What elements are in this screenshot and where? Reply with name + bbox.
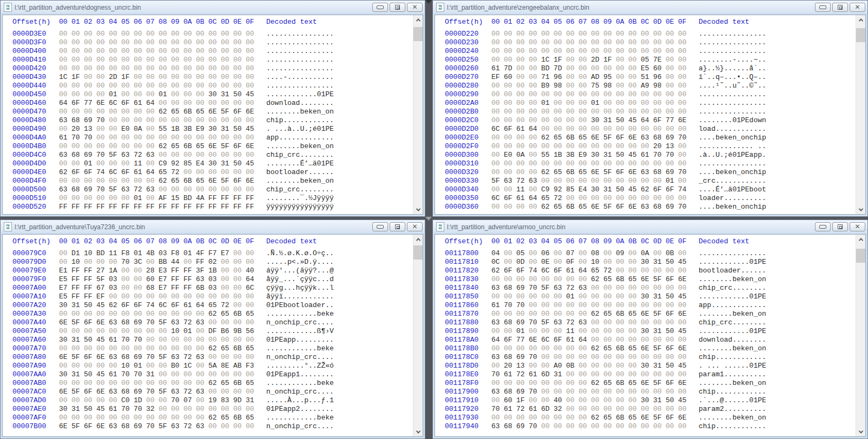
- hex-byte[interactable]: 00: [578, 301, 591, 310]
- hex-byte[interactable]: 00: [134, 64, 146, 73]
- hex-byte[interactable]: 07: [183, 396, 196, 405]
- hex-byte[interactable]: 6F: [121, 301, 134, 310]
- decoded-text[interactable]: çÿÿg...hçÿÿk...l: [266, 284, 334, 292]
- hex-byte[interactable]: 65: [628, 275, 641, 284]
- hex-byte[interactable]: 00: [196, 168, 208, 177]
- hex-byte[interactable]: 00: [183, 47, 196, 56]
- hex-byte[interactable]: 00: [146, 362, 159, 370]
- hex-byte[interactable]: 00: [233, 388, 246, 396]
- hex-byte[interactable]: 00: [246, 116, 258, 125]
- hex-byte[interactable]: 50: [616, 116, 628, 125]
- hex-byte[interactable]: 00: [171, 292, 183, 301]
- hex-byte[interactable]: 6F: [504, 125, 516, 134]
- hex-byte[interactable]: 63: [109, 422, 121, 431]
- hex-byte[interactable]: 62: [541, 134, 554, 142]
- hex-view[interactable]: Offset(h)000102030405060708090A0B0C0D0E0…: [3, 15, 413, 214]
- hex-byte[interactable]: 5F: [159, 353, 171, 362]
- hex-byte[interactable]: FF: [121, 203, 134, 211]
- hex-byte[interactable]: 00: [491, 344, 504, 353]
- hex-byte[interactable]: 6F: [84, 168, 96, 177]
- hex-byte[interactable]: 00: [566, 388, 578, 396]
- hex-byte[interactable]: 00: [171, 370, 183, 379]
- hex-byte[interactable]: 65: [246, 310, 258, 318]
- hex-byte[interactable]: 00: [678, 64, 691, 73]
- hex-byte[interactable]: 00: [678, 38, 691, 47]
- hex-byte[interactable]: 00: [71, 177, 84, 185]
- hex-byte[interactable]: 5F: [71, 353, 84, 362]
- hex-byte[interactable]: 00: [591, 142, 603, 151]
- hex-byte[interactable]: 00: [578, 310, 591, 318]
- hex-byte[interactable]: 13: [84, 125, 96, 134]
- hex-byte[interactable]: 00: [221, 73, 233, 82]
- hex-byte[interactable]: 45: [96, 405, 109, 414]
- hex-byte[interactable]: 00: [159, 151, 171, 159]
- hex-byte[interactable]: 63: [196, 422, 208, 431]
- hex-byte[interactable]: 63: [491, 353, 504, 362]
- hex-byte[interactable]: 00: [121, 327, 134, 336]
- scroll-down-arrow[interactable]: [413, 205, 423, 214]
- hex-byte[interactable]: 10: [84, 249, 96, 258]
- hex-byte[interactable]: 5F: [96, 275, 109, 284]
- hex-byte[interactable]: 00: [246, 151, 258, 159]
- hex-byte[interactable]: 00: [233, 370, 246, 379]
- hex-byte[interactable]: 00: [84, 90, 96, 99]
- hex-byte[interactable]: 00: [491, 396, 504, 405]
- hex-byte[interactable]: 00: [183, 134, 196, 142]
- hex-byte[interactable]: C9: [159, 159, 171, 168]
- hex-byte[interactable]: 00: [541, 422, 554, 431]
- hex-byte[interactable]: 00: [566, 30, 578, 38]
- hex-byte[interactable]: 75: [591, 82, 603, 90]
- hex-byte[interactable]: 00: [96, 108, 109, 116]
- hex-byte[interactable]: 00: [678, 194, 691, 203]
- close-button[interactable]: ✕: [850, 222, 865, 231]
- hex-byte[interactable]: 00: [628, 108, 641, 116]
- hex-byte[interactable]: 00: [504, 99, 516, 108]
- hex-byte[interactable]: 00: [603, 125, 616, 134]
- decoded-text[interactable]: . ... ......01PE: [699, 362, 766, 370]
- hex-byte[interactable]: 00: [554, 301, 566, 310]
- hex-byte[interactable]: 00: [146, 379, 159, 388]
- hex-byte[interactable]: 00: [134, 267, 146, 275]
- hex-byte[interactable]: 00: [183, 344, 196, 353]
- hex-byte[interactable]: 00: [591, 422, 603, 431]
- hex-byte[interactable]: 00: [59, 396, 71, 405]
- hex-byte[interactable]: 00: [159, 362, 171, 370]
- hex-byte[interactable]: 28: [146, 267, 159, 275]
- hex-byte[interactable]: 00: [603, 47, 616, 56]
- hex-byte[interactable]: 00: [59, 194, 71, 203]
- hex-byte[interactable]: 00: [208, 370, 221, 379]
- hex-byte[interactable]: 45: [678, 327, 691, 336]
- hex-byte[interactable]: 00: [134, 344, 146, 353]
- decoded-text[interactable]: chip............: [266, 116, 334, 125]
- hex-byte[interactable]: 00: [109, 82, 121, 90]
- hex-byte[interactable]: 00: [171, 134, 183, 142]
- hex-byte[interactable]: 00: [246, 134, 258, 142]
- hex-byte[interactable]: 61: [566, 336, 578, 344]
- hex-byte[interactable]: 6B: [233, 379, 246, 388]
- hex-byte[interactable]: 69: [84, 151, 96, 159]
- hex-byte[interactable]: 00: [159, 379, 171, 388]
- hex-byte[interactable]: 00: [541, 38, 554, 47]
- hex-byte[interactable]: FF: [59, 203, 71, 211]
- hex-byte[interactable]: 00: [59, 249, 71, 258]
- hex-byte[interactable]: 00: [96, 82, 109, 90]
- hex-byte[interactable]: 00: [578, 125, 591, 134]
- hex-byte[interactable]: FF: [71, 275, 84, 284]
- hex-byte[interactable]: 68: [504, 284, 516, 292]
- hex-byte[interactable]: 6C: [491, 194, 504, 203]
- hex-byte[interactable]: 61: [59, 134, 71, 142]
- hex-byte[interactable]: 00: [59, 258, 71, 267]
- hex-byte[interactable]: 00: [516, 168, 529, 177]
- hex-byte[interactable]: 00: [653, 108, 666, 116]
- hex-byte[interactable]: 68: [504, 353, 516, 362]
- hex-byte[interactable]: 00: [491, 108, 504, 116]
- hex-byte[interactable]: 5F: [603, 134, 616, 142]
- hex-byte[interactable]: 00: [566, 414, 578, 422]
- hex-byte[interactable]: 01: [84, 159, 96, 168]
- hex-byte[interactable]: 5F: [71, 422, 84, 431]
- hex-byte[interactable]: 61: [504, 370, 516, 379]
- hex-byte[interactable]: 0B: [566, 362, 578, 370]
- hex-byte[interactable]: 00: [666, 38, 678, 47]
- hex-byte[interactable]: 00: [516, 90, 529, 99]
- hex-byte[interactable]: 00: [578, 159, 591, 168]
